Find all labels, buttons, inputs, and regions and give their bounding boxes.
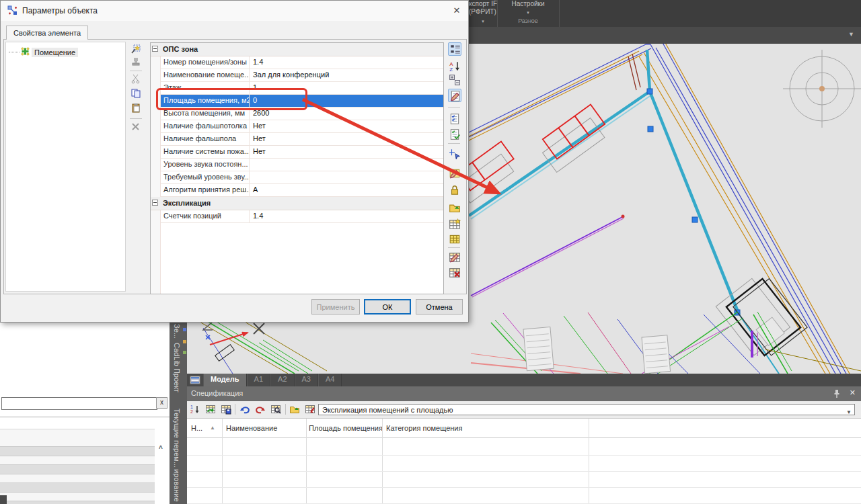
export-ifc-button[interactable]: кспорт IFC (РФРИТ) ▾ (469, 0, 497, 17)
collapse-box-icon[interactable] (152, 200, 158, 206)
dialog-titlebar[interactable]: Параметры объекта ✕ (1, 1, 468, 21)
row-room-height[interactable]: Высота помещения, мм2600 (160, 108, 443, 120)
panel-mini-icon (183, 328, 186, 331)
delete-table-icon[interactable] (448, 266, 461, 280)
lock-icon[interactable] (448, 183, 461, 197)
ok-button[interactable]: ОК (364, 299, 411, 314)
tree-item-label: Помещение (32, 48, 78, 57)
group-expand-icon[interactable]: ▾ (482, 19, 484, 24)
new-table-icon[interactable] (448, 218, 461, 231)
dialog-buttons: Применить ОК Отмена (1, 299, 468, 317)
tree-toolbar (128, 42, 145, 292)
tab-model[interactable]: Модель (203, 374, 247, 386)
list-item[interactable] (0, 464, 155, 474)
side-tab-current-variables[interactable]: Текущие перем... (173, 409, 181, 468)
refresh-table-icon[interactable] (205, 404, 217, 415)
paste-icon[interactable] (130, 103, 142, 114)
variables-list[interactable] (0, 429, 155, 504)
col-area[interactable]: Площадь помещения (309, 424, 383, 432)
layouts-icon[interactable] (187, 374, 203, 386)
list-item[interactable] (0, 482, 155, 493)
stamp-icon[interactable] (130, 56, 142, 68)
row-sound-level[interactable]: Уровень звука постоян... (160, 159, 443, 171)
specification-select-value: Экспликация помещений с площадью (322, 406, 453, 414)
checklist-icon[interactable] (448, 112, 461, 126)
row-room-number[interactable]: Номер помещения/зоны1.4 (160, 56, 443, 69)
preview-table-icon[interactable] (270, 404, 282, 415)
tree-item-room[interactable]: Помещение (9, 47, 78, 57)
specification-table[interactable]: Н... ▲ Наименование Площадь помещения Ка… (187, 418, 861, 504)
filter-input[interactable] (1, 397, 157, 410)
export-element-icon[interactable] (448, 201, 461, 214)
window-frame-black (716, 270, 807, 364)
tab-a3[interactable]: А3 (295, 374, 318, 386)
side-tab-modeling[interactable]: ирование (173, 469, 181, 502)
expand-collapse-icon[interactable] (448, 73, 461, 87)
row-room-area[interactable]: Площадь помещения, м20 (160, 95, 443, 108)
close-icon[interactable]: ✕ (451, 5, 463, 17)
delete-icon[interactable] (130, 122, 142, 133)
corner-edge-darkred (628, 54, 640, 90)
tab-a4[interactable]: А4 (318, 374, 342, 386)
redo-icon[interactable] (255, 404, 266, 415)
group-explication[interactable]: Экспликация (151, 197, 443, 210)
specification-panel: Спецификация ✕ 12 (187, 386, 861, 504)
move-element-icon[interactable] (448, 147, 461, 161)
chevron-down-icon: ▼ (846, 407, 852, 418)
pin-icon[interactable] (831, 388, 841, 398)
side-tab-cadlib-project[interactable]: CadLib Проект (173, 343, 181, 392)
add-element-icon[interactable] (130, 44, 142, 55)
col-category[interactable]: Категория помещения (386, 424, 462, 432)
edit-note-icon[interactable] (448, 167, 461, 180)
object-parameters-dialog: Параметры объекта ✕ Свойства элемента По… (0, 0, 469, 323)
element-tree[interactable]: Помещение (5, 42, 126, 292)
col-name[interactable]: Наименование (226, 424, 277, 432)
export-ifc-label-2: (РФРИТ) (469, 8, 496, 15)
tables-icon[interactable] (448, 233, 461, 246)
row-required-sound[interactable]: Требуемый уровень зву... (160, 171, 443, 184)
cancel-button[interactable]: Отмена (416, 299, 463, 314)
collapse-up-icon[interactable]: ^ (159, 445, 163, 452)
row-false-ceiling[interactable]: Наличие фальшпотолкаНет (160, 120, 443, 133)
sort-asc-icon[interactable]: ▲ (210, 425, 215, 431)
row-floor[interactable]: Этаж1 (160, 82, 443, 95)
property-grid[interactable]: ОПС зона Номер помещения/зоны1.4 Наимено… (150, 42, 444, 294)
collapse-box-icon[interactable] (152, 46, 158, 52)
tab-a1[interactable]: А1 (247, 374, 270, 386)
row-fire-system[interactable]: Наличие системы пожа...Нет (160, 146, 443, 159)
side-tab-clipped[interactable]: Зе... (173, 324, 181, 339)
categorized-view-icon[interactable] (448, 42, 461, 56)
tab-a2[interactable]: А2 (270, 374, 294, 386)
clear-filter-button[interactable]: x (156, 397, 167, 409)
room-node-icon (21, 47, 30, 57)
list-item[interactable] (0, 446, 155, 456)
save-table-icon[interactable] (221, 404, 232, 415)
apply-button[interactable]: Применить (311, 299, 360, 314)
close-icon[interactable]: ✕ (850, 388, 856, 397)
side-tab-strip: Зе... CadLib Проект Текущие перем... иро… (170, 309, 187, 504)
col-number[interactable]: Н... (191, 424, 202, 432)
row-room-name[interactable]: Наименование помеще...Зал для конференци… (160, 69, 443, 82)
checklist-apply-icon[interactable] (448, 128, 461, 141)
export-table-icon[interactable] (289, 404, 301, 415)
window-panel-2 (642, 335, 671, 374)
sort-az-icon[interactable]: AZ (448, 60, 461, 73)
copy-icon[interactable] (130, 88, 142, 99)
settings-button[interactable]: Настройки ▾ (497, 0, 559, 17)
sort-12-icon[interactable]: 12 (190, 404, 201, 415)
undo-icon[interactable] (239, 404, 251, 415)
row-algorithm[interactable]: Алгоритм принятия реш...А (160, 184, 443, 197)
insert-table-icon[interactable] (305, 404, 316, 415)
strip-dropdown-icon[interactable]: ▼ (848, 31, 854, 38)
edit-properties-icon[interactable] (448, 89, 461, 102)
grid-toolbar: AZ (446, 42, 463, 294)
specification-select[interactable]: Экспликация помещений с площадью ▼ (318, 404, 855, 415)
row-position-counter[interactable]: Счетчик позиций1.4 (160, 210, 443, 223)
group-ops-zone[interactable]: ОПС зона (151, 43, 443, 56)
row-false-floor[interactable]: Наличие фальшполаНет (160, 133, 443, 146)
list-item[interactable] (0, 501, 155, 504)
cut-icon[interactable] (130, 73, 142, 85)
crosshair-cursor (254, 323, 264, 334)
tab-element-properties[interactable]: Свойства элемента (6, 26, 88, 40)
edit-table-icon[interactable] (448, 251, 461, 264)
